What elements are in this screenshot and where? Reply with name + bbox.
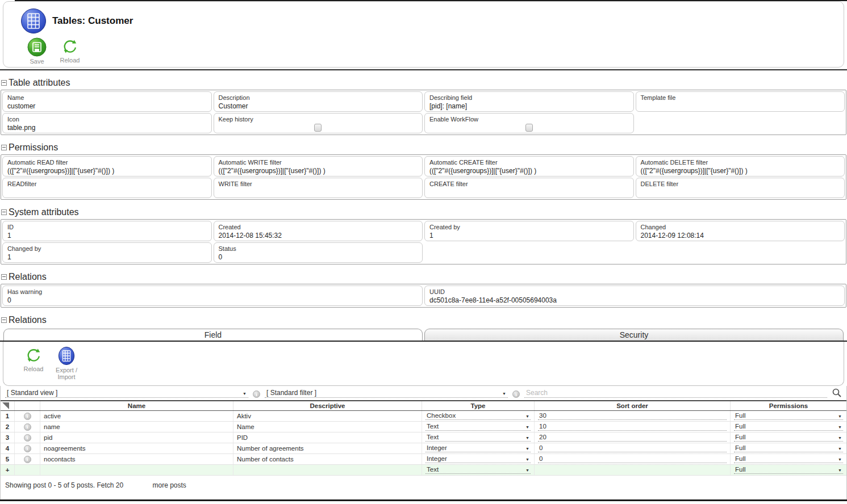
add-row-button[interactable]: + (1, 465, 15, 475)
search-input[interactable] (524, 389, 827, 398)
field-auto-write-filter[interactable]: Automatic WRITE filter ((["2"#({usergrou… (214, 156, 423, 177)
field-descriptive-cell[interactable]: PID (233, 432, 422, 443)
permissions-select[interactable]: Full (734, 466, 843, 474)
caret-down-icon (525, 434, 529, 440)
caret-down-icon (838, 444, 842, 451)
filter-row: [ Standard view ] [ Standard filter ] (1, 386, 846, 400)
field-label: Description (219, 93, 418, 102)
field-icon[interactable]: Icon table.png (2, 113, 212, 133)
tab-security[interactable]: Security (424, 329, 844, 341)
field-describing-field[interactable]: Describing field [pid]: [name] (424, 91, 634, 112)
view-info-icon[interactable] (253, 390, 260, 398)
col-header-type[interactable]: Type (422, 401, 535, 410)
field-create-filter[interactable]: CREATE filter (424, 178, 634, 198)
field-id[interactable]: ID 1 (2, 221, 212, 241)
col-header-name[interactable]: Name (40, 401, 233, 410)
relations-tab-bar: Field Security (3, 329, 844, 341)
export-import-button[interactable]: Export / Import (50, 346, 83, 385)
collapse-icon[interactable] (1, 274, 7, 280)
field-value: ((["2"#({usergroups})]|["{user}"#()]) ) (641, 167, 840, 175)
field-delete-filter[interactable]: DELETE filter (636, 178, 845, 198)
field-descriptive-cell[interactable]: Aktiv (233, 411, 422, 421)
sort-order-input[interactable]: 0 (538, 455, 727, 463)
field-name-cell[interactable]: pid (40, 432, 233, 443)
field-descriptive-cell[interactable]: Name (233, 422, 422, 432)
caret-down-icon (525, 412, 529, 419)
field-auto-read-filter[interactable]: Automatic READ filter ((["2"#({usergroup… (2, 156, 212, 177)
field-changed-by[interactable]: Changed by 1 (2, 242, 212, 263)
sort-order-input[interactable]: 30 (538, 412, 727, 420)
field-name-cell[interactable] (40, 465, 233, 475)
permissions-select[interactable]: Full (734, 455, 843, 463)
row-info-icon[interactable] (24, 456, 31, 463)
field-read-filter[interactable]: READfilter (2, 178, 212, 198)
field-auto-create-filter[interactable]: Automatic CREATE filter ((["2"#({usergro… (424, 156, 634, 177)
permissions-select[interactable]: Full (734, 444, 843, 452)
relations-toolbar-panel: Reload Export / Import (3, 342, 844, 386)
row-info-icon[interactable] (24, 413, 31, 420)
field-description[interactable]: Description Customer (214, 91, 423, 112)
field-label: Has warning (7, 287, 418, 296)
field-created-by[interactable]: Created by 1 (424, 221, 634, 241)
keep-history-checkbox[interactable] (314, 124, 322, 132)
field-has-warning[interactable]: Has warning 0 (2, 285, 423, 306)
sort-order-input[interactable]: 20 (538, 434, 727, 442)
row-info-icon[interactable] (24, 434, 31, 442)
row-info-icon[interactable] (24, 445, 31, 452)
relations-reload-button[interactable]: Reload (17, 346, 50, 385)
field-value: 2014-12-08 15:45:32 (219, 232, 418, 240)
collapse-icon[interactable] (1, 145, 7, 150)
reload-button-label: Reload (60, 57, 80, 64)
view-select[interactable]: [ Standard view ] (5, 389, 248, 398)
save-button[interactable]: Save (20, 37, 53, 65)
sort-order-input[interactable] (538, 466, 727, 474)
tab-field[interactable]: Field (3, 329, 423, 341)
col-header-sort-order[interactable]: Sort order (535, 401, 731, 410)
row-info-icon[interactable] (24, 423, 31, 431)
collapse-icon[interactable] (1, 209, 7, 215)
sort-order-input[interactable]: 0 (538, 444, 727, 452)
section-title-relations-detail: Relations (1, 314, 847, 325)
table-app-icon (20, 8, 47, 34)
filter-info-icon[interactable] (512, 390, 520, 398)
permissions-select[interactable]: Full (734, 423, 843, 431)
sort-order-input[interactable]: 10 (538, 423, 727, 431)
field-descriptive-cell[interactable]: Number of contacts (233, 454, 422, 464)
field-value: customer (7, 102, 207, 111)
more-posts-link[interactable]: more posts (152, 481, 186, 489)
field-template-file[interactable]: Template file (636, 91, 845, 112)
field-auto-delete-filter[interactable]: Automatic DELETE filter ((["2"#({usergro… (636, 156, 845, 177)
field-status[interactable]: Status 0 (214, 242, 423, 263)
filter-select[interactable]: [ Standard filter ] (265, 389, 508, 398)
field-created[interactable]: Created 2014-12-08 15:45:32 (214, 221, 423, 241)
field-uuid[interactable]: UUID dc501c8a-7ee8-11e4-a52f-00505694003… (424, 285, 845, 306)
field-descriptive-cell[interactable] (233, 465, 422, 475)
field-descriptive-cell[interactable]: Number of agreements (233, 443, 422, 453)
type-select[interactable]: Text (425, 423, 531, 431)
field-changed[interactable]: Changed 2014-12-09 12:08:14 (636, 221, 845, 241)
search-icon[interactable] (832, 388, 842, 398)
field-name-cell[interactable]: active (40, 411, 233, 421)
col-header-descriptive[interactable]: Descriptive (233, 401, 422, 410)
export-import-label: Export / Import (50, 367, 83, 380)
type-select[interactable]: Text (425, 466, 531, 474)
field-name-cell[interactable]: name (40, 422, 233, 432)
type-select[interactable]: Checkbox (425, 412, 531, 420)
field-name-cell[interactable]: noagreements (40, 443, 233, 453)
collapse-icon[interactable] (1, 80, 7, 86)
collapse-icon[interactable] (1, 317, 7, 323)
type-select[interactable]: Integer (425, 455, 531, 463)
section-title-relations-summary: Relations (1, 271, 847, 282)
permissions-select[interactable]: Full (734, 434, 843, 442)
select-corner-icon[interactable] (2, 402, 9, 409)
enable-workflow-checkbox[interactable] (525, 124, 533, 132)
type-select[interactable]: Text (425, 434, 531, 442)
field-label: Changed by (7, 244, 207, 253)
col-header-permissions[interactable]: Permissions (731, 401, 846, 410)
field-write-filter[interactable]: WRITE filter (214, 178, 423, 198)
permissions-select[interactable]: Full (734, 412, 843, 420)
field-name-cell[interactable]: nocontacts (40, 454, 233, 464)
field-name[interactable]: Name customer (2, 91, 212, 112)
type-select[interactable]: Integer (425, 444, 531, 452)
reload-button[interactable]: Reload (53, 37, 86, 65)
